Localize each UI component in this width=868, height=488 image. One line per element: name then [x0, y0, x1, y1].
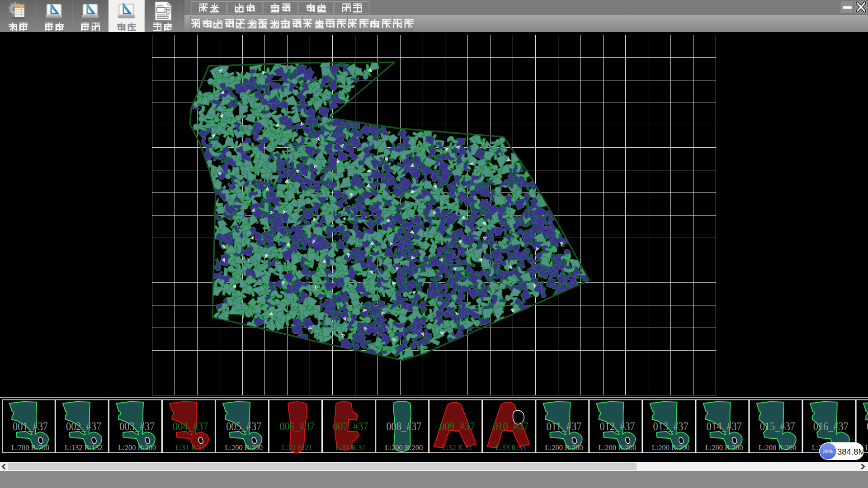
svg-text:L:132 R:132: L:132 R:132	[65, 443, 103, 452]
svg-text:016_#37: 016_#37	[813, 420, 849, 432]
svg-text:010_#37: 010_#37	[493, 420, 528, 432]
svg-text:004_#37: 004_#37	[173, 420, 208, 432]
svg-text:014_#37: 014_#37	[707, 420, 742, 432]
svg-text:L:31 R:31: L:31 R:31	[175, 443, 205, 452]
svg-text:006_#37: 006_#37	[279, 420, 315, 432]
svg-text:003_#37: 003_#37	[119, 420, 155, 432]
svg-text:L:31 R:31: L:31 R:31	[335, 443, 366, 452]
svg-text:L:32 R:31: L:32 R:31	[442, 443, 472, 452]
svg-text:384.8M: 384.8M	[837, 447, 865, 456]
svg-text:005_#37: 005_#37	[226, 420, 261, 432]
svg-text:L:200 R:200: L:200 R:200	[599, 443, 637, 452]
svg-text:L:200 R:200: L:200 R:200	[385, 443, 423, 452]
svg-text:L:21 R:21: L:21 R:21	[282, 443, 312, 452]
svg-text:013_#37: 013_#37	[653, 420, 689, 432]
svg-text:L:200 R:200: L:200 R:200	[225, 443, 263, 452]
svg-text:L:200 R:200: L:200 R:200	[865, 443, 868, 452]
svg-text:001_#37: 001_#37	[13, 420, 48, 432]
svg-text:L:200 R:200: L:200 R:200	[118, 443, 156, 452]
svg-text:009_#37: 009_#37	[439, 420, 475, 432]
svg-text:007_#37: 007_#37	[333, 420, 368, 432]
svg-text:012_#37: 012_#37	[600, 420, 635, 432]
svg-text:L:200 R:200: L:200 R:200	[545, 443, 583, 452]
svg-text:008_#37: 008_#37	[386, 420, 421, 432]
svg-text:38%: 38%	[823, 449, 833, 454]
svg-text:L:200 R:200: L:200 R:200	[652, 443, 690, 452]
svg-text:L:200 R:200: L:200 R:200	[705, 443, 743, 452]
svg-text:011_#37: 011_#37	[547, 420, 582, 432]
svg-text:015_#37: 015_#37	[760, 420, 795, 432]
svg-text:L:700 R:700: L:700 R:700	[11, 443, 49, 452]
svg-text:L:200 R:200: L:200 R:200	[759, 443, 797, 452]
svg-text:L:33 R:33: L:33 R:33	[495, 443, 526, 452]
svg-text:002_#37: 002_#37	[66, 420, 101, 432]
